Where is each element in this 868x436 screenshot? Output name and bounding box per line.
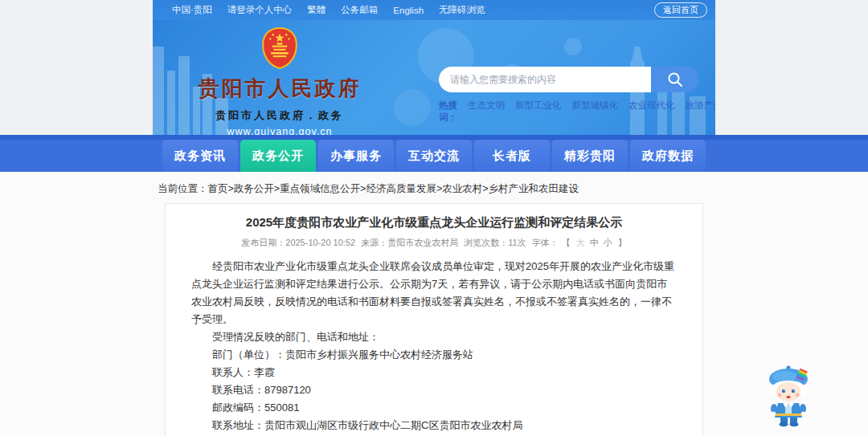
- search-area: 热搜词： 生态文明新型工业化新型城镇化农业现代化旅游产业化贵阳简介: [439, 67, 699, 124]
- nav-tab[interactable]: 互动交流: [396, 140, 472, 172]
- article-meta: 发布日期：2025-10-20 10:52 来源：贵阳市农业农村局 浏览次数：1…: [191, 237, 677, 249]
- search-button[interactable]: [651, 67, 699, 92]
- article-panel: 2025年度贵阳市农业产业化市级重点龙头企业运行监测和评定结果公示 发布日期：2…: [165, 203, 703, 436]
- view-count: 浏览次数：11次: [464, 238, 526, 247]
- article-body: 经贵阳市农业产业化市级重点龙头企业联席会议成员单位审定，现对2025年开展的农业…: [191, 258, 677, 434]
- topbar: 中国·贵阳请登录个人中心繁體公务邮箱English无障碍浏览 返回首页: [153, 0, 715, 20]
- nav-tiles: 政务资讯政务公开办事服务互动交流长者版精彩贵阳政府数据: [153, 140, 715, 172]
- article-source: 来源：贵阳市农业农村局: [361, 238, 458, 247]
- topbar-link[interactable]: 无障碍浏览: [439, 4, 485, 16]
- nav-tab[interactable]: 精彩贵阳: [552, 140, 628, 172]
- font-size-options: 大中小: [574, 238, 615, 247]
- breadcrumb-path[interactable]: 首页>政务公开>重点领域信息公开>经济高质量发展>农业农村>乡村产业和农田建设: [208, 183, 579, 194]
- nav-tab[interactable]: 政务公开: [240, 140, 316, 172]
- bokeh-decoration: [394, 89, 431, 126]
- hot-search-item[interactable]: 旅游产业化: [686, 100, 716, 124]
- breadcrumb-label: 当前位置：: [158, 183, 208, 194]
- article-paragraph: 受理情况反映的部门、电话和地址：: [191, 328, 677, 346]
- topbar-link[interactable]: 请登录个人中心: [227, 4, 293, 16]
- content-area: 当前位置：首页>政务公开>重点领域信息公开>经济高质量发展>农业农村>乡村产业和…: [0, 172, 868, 436]
- hot-search-item[interactable]: 生态文明: [468, 100, 505, 124]
- publish-date: 发布日期：2025-10-20 10:52: [241, 238, 355, 247]
- hot-search-label: 热搜词：: [439, 100, 457, 124]
- site-subtitle: 贵阳市人民政府．政务: [167, 108, 392, 123]
- search-input[interactable]: [439, 67, 651, 92]
- site-url: www.guiyang.gov.cn: [167, 126, 392, 135]
- national-emblem-icon: [260, 26, 300, 70]
- article-paragraph: 联系地址：贵阳市观山湖区市级行政中心二期C区贵阳市农业农村局: [191, 417, 677, 434]
- article-paragraph: 经贵阳市农业产业化市级重点龙头企业联席会议成员单位审定，现对2025年开展的农业…: [191, 258, 677, 328]
- hot-search-item[interactable]: 农业现代化: [628, 100, 675, 124]
- font-size-label: 字体：: [532, 238, 559, 247]
- banner: 贵阳市人民政府 贵阳市人民政府．政务 www.guiyang.gov.cn 热搜…: [153, 20, 715, 135]
- bokeh-decoration: [564, 38, 582, 55]
- bracket: 【: [562, 238, 571, 247]
- topbar-link[interactable]: 繁體: [307, 4, 326, 16]
- article-paragraph: 邮政编码：550081: [191, 399, 677, 417]
- topbar-link[interactable]: 中国·贵阳: [172, 4, 212, 16]
- nav-tab[interactable]: 办事服务: [318, 140, 394, 172]
- hot-search-item[interactable]: 新型工业化: [515, 100, 562, 124]
- main-nav: 政务资讯政务公开办事服务互动交流长者版精彩贵阳政府数据: [0, 135, 868, 172]
- bracket: 】: [618, 238, 627, 247]
- hot-search-list: 生态文明新型工业化新型城镇化农业现代化旅游产业化贵阳简介: [457, 100, 715, 124]
- nav-tab[interactable]: 政府数据: [630, 140, 706, 172]
- return-home-button[interactable]: 返回首页: [654, 2, 707, 18]
- article-title: 2025年度贵阳市农业产业化市级重点龙头企业运行监测和评定结果公示: [191, 214, 677, 230]
- nav-tab[interactable]: 长者版: [474, 140, 550, 172]
- topbar-link[interactable]: English: [393, 6, 424, 15]
- top-strip: 中国·贵阳请登录个人中心繁體公务邮箱English无障碍浏览 返回首页: [0, 0, 868, 20]
- font-size-option[interactable]: 大: [576, 238, 585, 247]
- hot-search-item[interactable]: 新型城镇化: [572, 100, 619, 124]
- topbar-link[interactable]: 公务邮箱: [341, 4, 378, 16]
- article-paragraph: 联系人：李霞: [191, 364, 677, 381]
- breadcrumb: 当前位置：首页>政务公开>重点领域信息公开>经济高质量发展>农业农村>乡村产业和…: [153, 172, 715, 203]
- site-title: 贵阳市人民政府: [167, 75, 392, 103]
- topbar-links: 中国·贵阳请登录个人中心繁體公务邮箱English无障碍浏览: [172, 4, 501, 16]
- font-size-option[interactable]: 小: [604, 238, 612, 247]
- article-paragraph: 联系电话：87987120: [191, 381, 677, 399]
- banner-band: 贵阳市人民政府 贵阳市人民政府．政务 www.guiyang.gov.cn 热搜…: [0, 20, 868, 135]
- article-paragraph: 部门（单位）：贵阳市乡村振兴服务中心农村经济服务站: [191, 346, 677, 364]
- font-size-option[interactable]: 中: [590, 238, 599, 247]
- nav-tab[interactable]: 政务资讯: [162, 140, 238, 172]
- search-icon: [666, 71, 684, 88]
- mascot-character[interactable]: [762, 361, 818, 427]
- site-logo[interactable]: 贵阳市人民政府 贵阳市人民政府．政务 www.guiyang.gov.cn: [167, 26, 392, 135]
